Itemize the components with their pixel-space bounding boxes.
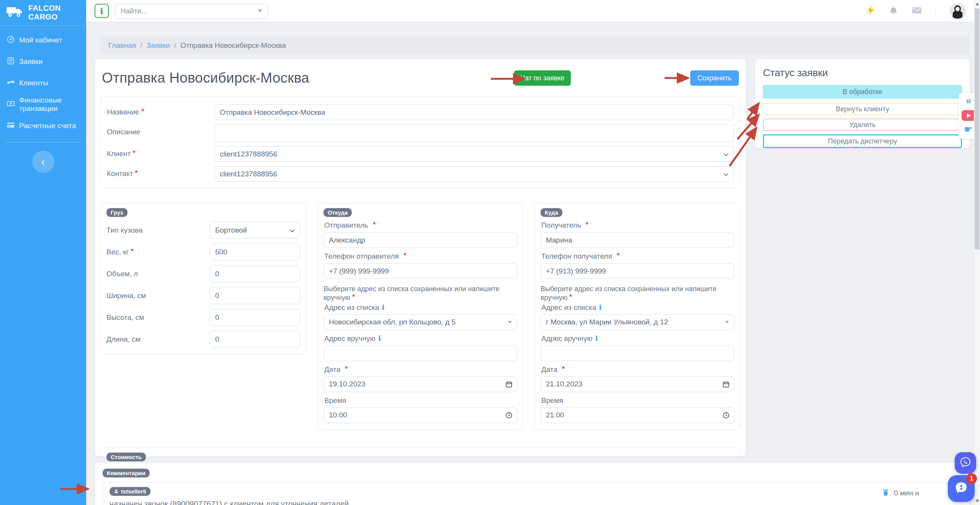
sidebar-item-label: Расчетные счета [19, 122, 76, 130]
caret-down-icon [725, 321, 729, 323]
notifications-bell-icon[interactable] [889, 6, 898, 16]
sidebar-item-label: Финансовые транзакции [19, 96, 80, 113]
delete-button[interactable]: Удалить [763, 119, 962, 131]
sidebar-item-requests[interactable]: Заявки [0, 51, 86, 72]
chat-unread-badge: 1 [966, 473, 977, 484]
width-input[interactable] [210, 287, 300, 304]
length-input[interactable] [210, 331, 300, 348]
to-address-manual-input[interactable] [541, 345, 734, 361]
to-date-label: Дата* [541, 365, 733, 374]
body-type-select[interactable]: Бортовой [210, 222, 300, 239]
weight-input[interactable] [210, 243, 300, 261]
from-address-select[interactable]: Новосибирская обл, рп Кольцово, д 5 [323, 314, 517, 330]
youtube-button[interactable] [962, 110, 976, 121]
collapse-chevrons-icon[interactable]: « [965, 95, 971, 107]
transfer-to-dispatcher-button[interactable]: Передать диспетчеру [763, 134, 962, 148]
truck-logo-icon [6, 5, 23, 20]
volume-input[interactable] [210, 265, 300, 282]
handshake-icon [7, 78, 15, 88]
sidebar-item-clients[interactable]: Клиенты [0, 72, 86, 94]
required-marker: * [131, 247, 134, 255]
chat-on-request-button[interactable]: Чат по заявке [514, 70, 570, 86]
info-button[interactable]: i [95, 4, 109, 18]
cargo-badge: Груз [106, 208, 127, 217]
to-date-input[interactable] [541, 376, 734, 392]
clock-icon[interactable] [722, 412, 730, 420]
sender-phone-input[interactable] [323, 263, 517, 279]
comment-item: tstseller5 назначен звонок (89009077671)… [103, 482, 962, 505]
page-title: Отправка Новосибирск-Москва [102, 70, 309, 86]
sender-input[interactable] [323, 232, 517, 248]
mail-envelope-icon[interactable] [912, 6, 922, 16]
scrollbar-thumb[interactable] [975, 8, 980, 249]
clock-icon[interactable] [505, 412, 513, 420]
list-icon [7, 57, 15, 67]
caret-down-icon [508, 321, 512, 323]
page-scrollbar[interactable] [974, 0, 980, 505]
pointing-hand-icon[interactable]: ☛ [964, 124, 973, 134]
sidebar-collapse-button[interactable]: ‹ [32, 151, 54, 173]
scroll-down-arrow-icon[interactable] [975, 500, 979, 502]
description-label: Описание [107, 124, 214, 142]
info-icon[interactable]: i [595, 335, 598, 342]
scroll-up-arrow-icon[interactable] [975, 3, 979, 5]
required-marker: * [586, 220, 588, 229]
chevron-down-icon [724, 150, 728, 158]
calendar-icon[interactable] [722, 381, 730, 389]
breadcrumb-current: Отправка Новосибирск-Москва [180, 41, 286, 50]
required-marker: * [345, 365, 348, 373]
from-time-label: Время [324, 396, 516, 405]
required-marker: * [569, 293, 572, 301]
name-input[interactable] [214, 104, 734, 120]
chat-widget-button[interactable]: 1 [948, 475, 975, 502]
play-icon [967, 113, 971, 118]
breadcrumb-separator: / [174, 41, 176, 50]
sidebar-item-my-cabinet[interactable]: Мой кабинет [0, 29, 86, 51]
weight-label: Вес, кг* [106, 248, 210, 256]
required-marker: * [133, 149, 136, 157]
address-manual-label: Адрес вручнуюi [541, 334, 733, 343]
sidebar-item-transactions[interactable]: Финансовые транзакции [0, 94, 86, 115]
comments-badge: Комментарии [103, 469, 150, 477]
height-input[interactable] [210, 309, 300, 326]
client-select[interactable]: client1237888956 [214, 146, 734, 162]
lightning-icon[interactable] [867, 5, 875, 17]
trash-icon[interactable] [882, 488, 890, 498]
viber-widget-button[interactable] [955, 452, 976, 474]
sidebar-item-label: Клиенты [19, 79, 48, 87]
name-label: Название* [107, 104, 214, 120]
breadcrumb-home-link[interactable]: Главная [108, 41, 136, 50]
to-section: Куда Получатель* Телефон получателя* Выб… [534, 203, 740, 430]
recipient-phone-input[interactable] [541, 263, 734, 279]
global-search-select[interactable]: Найти... [115, 4, 268, 18]
contact-select[interactable]: client1237888956 [214, 166, 734, 182]
width-label: Ширина, см [106, 292, 210, 300]
comment-text: назначен звонок (89009077671) с клиентом… [109, 500, 955, 505]
cost-badge: Стоимость [106, 453, 146, 461]
request-form-card: Отправка Новосибирск-Москва Чат по заявк… [95, 59, 746, 456]
from-time-input[interactable] [323, 407, 517, 423]
breadcrumb-requests-link[interactable]: Заявки [147, 41, 170, 50]
length-label: Длина, см [106, 335, 210, 344]
header-divider [936, 5, 936, 18]
user-avatar[interactable] [950, 3, 965, 19]
info-icon[interactable]: i [599, 304, 601, 311]
to-time-input[interactable] [541, 407, 734, 423]
phone-icon [960, 456, 971, 469]
info-icon[interactable]: i [382, 304, 384, 311]
info-icon[interactable]: i [378, 335, 381, 342]
from-section: Откуда Отправитель* Телефон отправителя*… [317, 203, 523, 430]
cargo-section: Груз Тип кузова Бортовой Вес, кг* Объем,… [100, 203, 306, 354]
save-button[interactable]: Сохранить [690, 70, 739, 86]
description-input[interactable] [214, 124, 734, 142]
from-address-manual-input[interactable] [323, 345, 517, 361]
breadcrumb-separator: / [140, 41, 142, 50]
to-address-select[interactable]: г Москва, ул Марии Ульяновой, д 12 [541, 314, 734, 330]
app-logo[interactable]: FALCON CARGO [0, 0, 86, 26]
return-to-client-button[interactable]: Вернуть клиенту [763, 103, 962, 115]
calendar-icon[interactable] [505, 381, 513, 389]
sidebar-item-accounts[interactable]: Расчетные счета [0, 115, 86, 137]
recipient-input[interactable] [541, 232, 734, 248]
top-header: i Найти... [86, 0, 974, 22]
from-date-input[interactable] [323, 376, 517, 392]
